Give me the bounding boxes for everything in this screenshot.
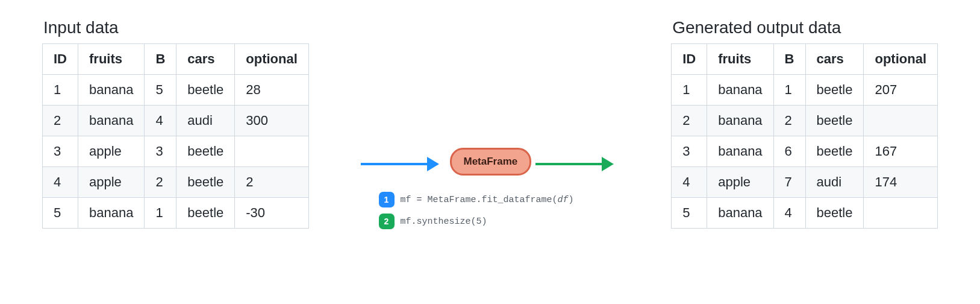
cell: 1 [145,198,176,229]
cell: 1 [43,75,78,106]
cell: beetle [176,136,235,167]
table-row: 2 banana 4 audi 300 [43,106,309,136]
cell: audi [805,167,864,198]
cell [235,136,309,167]
cell [864,198,938,229]
col-header: fruits [78,44,145,75]
cell: banana [707,106,773,136]
col-header: cars [176,44,235,75]
cell: 167 [864,136,938,167]
arrow-output-icon [535,157,614,171]
output-title: Generated output data [672,18,938,37]
output-table: ID fruits B cars optional 1 banana 1 bee… [671,43,938,229]
code-line: 1 mf = MetaFrame.fit_dataframe(df) [379,192,574,207]
table-row: 4 apple 7 audi 174 [672,167,938,198]
code-text: mf.synthesize(5) [401,217,487,227]
cell: 5 [145,75,176,106]
table-row: 2 banana 2 beetle [672,106,938,136]
col-header: optional [864,44,938,75]
cell: beetle [176,167,235,198]
table-row: 3 banana 6 beetle 167 [672,136,938,167]
cell: 207 [864,75,938,106]
cell: apple [707,167,773,198]
cell: beetle [176,75,235,106]
table-row: 5 banana 1 beetle -30 [43,198,309,229]
cell: banana [78,106,145,136]
diagram-canvas: Input data ID fruits B cars optional 1 b… [0,0,980,304]
cell: 1 [672,75,707,106]
cell: banana [707,136,773,167]
code-text: mf = MetaFrame.fit_dataframe(df) [401,195,574,205]
cell: 2 [145,167,176,198]
cell: banana [78,75,145,106]
cell: -30 [235,198,309,229]
col-header: optional [235,44,309,75]
process-area: MetaFrame 1 mf = MetaFrame.fit_dataframe… [361,42,620,296]
col-header: fruits [707,44,773,75]
col-header: ID [43,44,78,75]
table-row: 1 banana 1 beetle 207 [672,75,938,106]
cell: 2 [773,106,805,136]
cell: 4 [43,167,78,198]
input-title: Input data [43,18,309,37]
cell: 1 [773,75,805,106]
cell: 4 [672,167,707,198]
table-row: 4 apple 2 beetle 2 [43,167,309,198]
cell: beetle [805,198,864,229]
cell: 2 [43,106,78,136]
step-badge: 2 [379,214,395,229]
code-line: 2 mf.synthesize(5) [379,214,574,229]
cell: 28 [235,75,309,106]
cell: 6 [773,136,805,167]
cell: beetle [176,198,235,229]
cell: 3 [672,136,707,167]
cell: 300 [235,106,309,136]
col-header: ID [672,44,707,75]
cell: banana [707,75,773,106]
cell: 2 [235,167,309,198]
input-block: Input data ID fruits B cars optional 1 b… [42,18,309,229]
cell: banana [707,198,773,229]
cell: beetle [805,136,864,167]
cell [864,106,938,136]
cell: 4 [145,106,176,136]
table-row: 5 banana 4 beetle [672,198,938,229]
cell: 2 [672,106,707,136]
output-block: Generated output data ID fruits B cars o… [671,18,938,229]
cell: 3 [145,136,176,167]
cell: 5 [672,198,707,229]
col-header: cars [805,44,864,75]
col-header: B [773,44,805,75]
cell: 5 [43,198,78,229]
cell: 7 [773,167,805,198]
cell: 4 [773,198,805,229]
cell: 174 [864,167,938,198]
code-snippets: 1 mf = MetaFrame.fit_dataframe(df) 2 mf.… [379,192,574,235]
process-pill: MetaFrame [450,148,532,176]
cell: audi [176,106,235,136]
cell: 3 [43,136,78,167]
cell: beetle [805,106,864,136]
col-header: B [145,44,176,75]
cell: apple [78,167,145,198]
step-badge: 1 [379,192,395,207]
cell: beetle [805,75,864,106]
table-row: 1 banana 5 beetle 28 [43,75,309,106]
cell: apple [78,136,145,167]
input-table: ID fruits B cars optional 1 banana 5 bee… [42,43,309,229]
arrow-input-icon [361,157,439,171]
table-row: 3 apple 3 beetle [43,136,309,167]
cell: banana [78,198,145,229]
